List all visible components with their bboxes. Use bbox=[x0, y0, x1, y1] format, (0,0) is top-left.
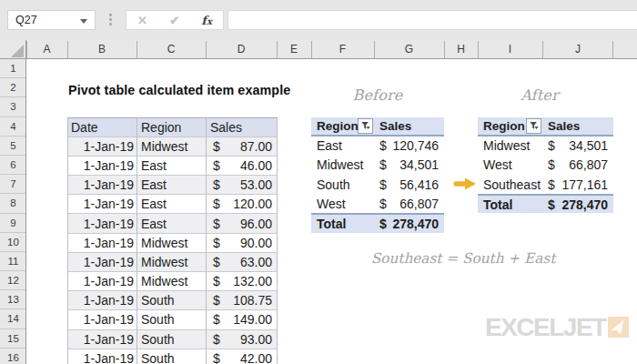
table-cell-date[interactable]: 1-Jan-19 bbox=[68, 137, 137, 157]
pivot-row-sales[interactable]: $34,501 bbox=[374, 156, 444, 175]
table-cell-date[interactable]: 1-Jan-19 bbox=[68, 234, 137, 253]
table-cell-region[interactable]: East bbox=[137, 214, 207, 233]
pivot-row-sales[interactable]: $120,746 bbox=[374, 136, 444, 156]
row-header-6[interactable]: 6 bbox=[0, 156, 26, 175]
name-box-dropdown-icon[interactable] bbox=[80, 19, 87, 24]
pivot-header-sales[interactable]: Sales bbox=[374, 117, 444, 136]
row-header-2[interactable]: 2 bbox=[0, 78, 26, 97]
table-cell-region[interactable]: East bbox=[137, 195, 207, 214]
table-cell-date[interactable]: 1-Jan-19 bbox=[68, 330, 137, 349]
pivot-row-sales[interactable]: $66,807 bbox=[542, 156, 613, 175]
table-cell-region[interactable]: Midwest bbox=[137, 137, 207, 157]
table-cell-region[interactable]: Midwest bbox=[137, 234, 207, 253]
table-cell-region[interactable]: Midwest bbox=[137, 253, 207, 272]
table-cell-sales[interactable]: $149.00 bbox=[207, 310, 278, 329]
column-header-a[interactable]: A bbox=[26, 40, 67, 58]
pivot-total-sales[interactable]: $278,470 bbox=[542, 194, 613, 213]
table-header-sales[interactable]: Sales bbox=[207, 118, 278, 137]
row-header-9[interactable]: 9 bbox=[0, 214, 26, 233]
table-cell-sales[interactable]: $87.00 bbox=[207, 137, 278, 157]
table-cell-region[interactable]: East bbox=[137, 176, 207, 195]
pivot-row-region[interactable]: West bbox=[478, 156, 542, 175]
table-cell-sales[interactable]: $108.75 bbox=[207, 291, 278, 310]
table-cell-date[interactable]: 1-Jan-19 bbox=[68, 214, 137, 233]
table-cell-region[interactable]: Midwest bbox=[137, 272, 207, 291]
row-header-11[interactable]: 11 bbox=[0, 252, 26, 271]
row-header-1[interactable]: 1 bbox=[0, 59, 26, 78]
pivot-row-region[interactable]: Midwest bbox=[311, 156, 374, 175]
insert-function-icon[interactable]: fx bbox=[201, 14, 212, 27]
table-cell-sales[interactable]: $53.00 bbox=[207, 176, 278, 195]
table-cell-date[interactable]: 1-Jan-19 bbox=[68, 310, 137, 329]
pivot-row-sales[interactable]: $66,807 bbox=[374, 194, 444, 213]
table-cell-sales[interactable]: $42.00 bbox=[207, 349, 278, 364]
table-cell-date[interactable]: 1-Jan-19 bbox=[68, 176, 137, 195]
table-header-region[interactable]: Region bbox=[137, 118, 207, 137]
table-cell-date[interactable]: 1-Jan-19 bbox=[68, 349, 137, 364]
column-header-c[interactable]: C bbox=[136, 40, 206, 58]
before-pivot-table[interactable]: RegionSalesEast$120,746Midwest$34,501Sou… bbox=[311, 117, 444, 233]
column-header-i[interactable]: I bbox=[478, 40, 542, 58]
column-header-e[interactable]: E bbox=[277, 40, 311, 58]
table-cell-sales[interactable]: $120.00 bbox=[207, 195, 278, 214]
row-header-14[interactable]: 14 bbox=[0, 309, 26, 329]
source-data-table[interactable]: DateRegionSales1-Jan-19Midwest$87.001-Ja… bbox=[67, 117, 278, 364]
pivot-total-sales[interactable]: $278,470 bbox=[374, 213, 444, 232]
pivot-total-label[interactable]: Total bbox=[478, 194, 542, 213]
pivot-row-sales[interactable]: $34,501 bbox=[542, 136, 613, 156]
row-header-8[interactable]: 8 bbox=[0, 194, 26, 213]
column-header-j[interactable]: J bbox=[542, 40, 613, 58]
table-cell-region[interactable]: East bbox=[137, 157, 207, 176]
table-cell-region[interactable]: South bbox=[137, 349, 207, 364]
table-cell-region[interactable]: South bbox=[137, 291, 207, 310]
pivot-row-region[interactable]: Midwest bbox=[478, 136, 542, 156]
table-cell-region[interactable]: South bbox=[137, 330, 207, 349]
table-header-date[interactable]: Date bbox=[68, 118, 137, 137]
table-cell-sales[interactable]: $63.00 bbox=[207, 253, 278, 272]
pivot-header-region[interactable]: Region bbox=[311, 117, 374, 136]
row-header-10[interactable]: 10 bbox=[0, 233, 26, 252]
row-header-16[interactable]: 16 bbox=[0, 349, 26, 364]
table-cell-date[interactable]: 1-Jan-19 bbox=[68, 291, 137, 310]
pivot-row-sales[interactable]: $56,416 bbox=[374, 175, 444, 194]
column-header-g[interactable]: G bbox=[374, 40, 444, 58]
column-header-d[interactable]: D bbox=[206, 40, 277, 58]
column-header-f[interactable]: F bbox=[311, 40, 374, 58]
pivot-header-region[interactable]: Region bbox=[478, 117, 542, 136]
table-cell-sales[interactable]: $93.00 bbox=[207, 330, 278, 349]
table-cell-date[interactable]: 1-Jan-19 bbox=[68, 253, 137, 272]
column-divider bbox=[311, 41, 312, 58]
row-header-3[interactable]: 3 bbox=[0, 97, 26, 116]
pivot-row-region[interactable]: Southeast bbox=[478, 175, 542, 194]
pivot-total-label[interactable]: Total bbox=[311, 213, 374, 232]
row-header-13[interactable]: 13 bbox=[0, 290, 26, 309]
table-cell-sales[interactable]: $90.00 bbox=[207, 234, 278, 253]
after-pivot-table[interactable]: RegionSalesMidwest$34,501West$66,807Sout… bbox=[478, 117, 613, 214]
name-box[interactable]: Q27 bbox=[7, 10, 96, 30]
table-cell-date[interactable]: 1-Jan-19 bbox=[68, 157, 137, 176]
row-header-12[interactable]: 12 bbox=[0, 271, 26, 290]
select-all-corner-icon[interactable] bbox=[11, 45, 24, 57]
row-header-4[interactable]: 4 bbox=[0, 117, 26, 136]
enter-icon[interactable]: ✔ bbox=[169, 14, 179, 27]
filter-dropdown-icon[interactable] bbox=[358, 118, 373, 134]
column-header-b[interactable]: B bbox=[67, 40, 136, 58]
pivot-row-region[interactable]: West bbox=[311, 194, 374, 213]
table-cell-sales[interactable]: $96.00 bbox=[207, 214, 278, 233]
row-header-15[interactable]: 15 bbox=[0, 329, 26, 349]
row-header-5[interactable]: 5 bbox=[0, 136, 26, 156]
table-cell-region[interactable]: South bbox=[137, 310, 207, 329]
pivot-row-sales[interactable]: $177,161 bbox=[542, 175, 613, 194]
column-header-h[interactable]: H bbox=[444, 40, 478, 58]
cancel-icon[interactable]: ✕ bbox=[137, 14, 147, 27]
row-header-7[interactable]: 7 bbox=[0, 175, 26, 194]
pivot-row-region[interactable]: East bbox=[311, 136, 374, 156]
pivot-row-region[interactable]: South bbox=[311, 175, 374, 194]
table-cell-date[interactable]: 1-Jan-19 bbox=[68, 272, 137, 291]
formula-bar-input[interactable] bbox=[228, 10, 637, 30]
table-cell-date[interactable]: 1-Jan-19 bbox=[68, 195, 137, 214]
table-cell-sales[interactable]: $46.00 bbox=[207, 157, 278, 176]
pivot-header-sales[interactable]: Sales bbox=[542, 117, 613, 136]
table-cell-sales[interactable]: $132.00 bbox=[207, 272, 278, 291]
filter-dropdown-icon[interactable] bbox=[526, 118, 541, 134]
